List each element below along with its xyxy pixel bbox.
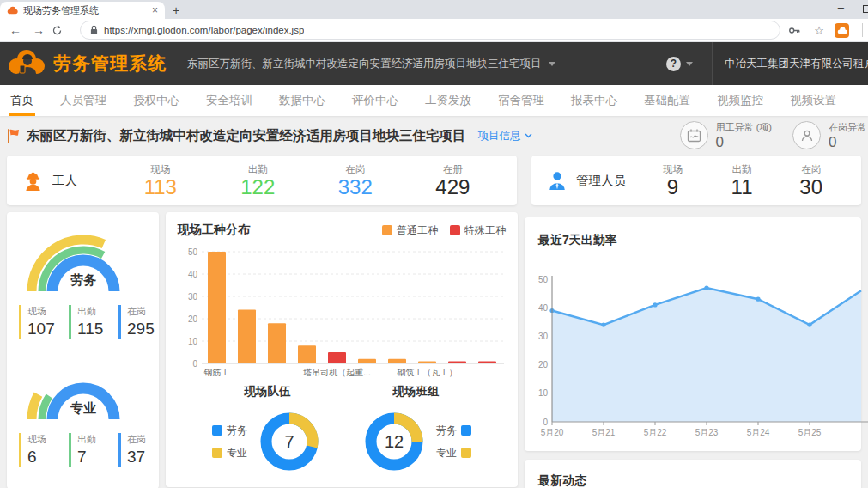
forward-icon[interactable]: → bbox=[28, 23, 49, 37]
nav-item-safety-training[interactable]: 安全培训 bbox=[204, 86, 254, 116]
project-info-link[interactable]: 项目信息 bbox=[478, 129, 532, 143]
svg-text:50: 50 bbox=[538, 275, 548, 284]
pro-metric-attendance: 出勤 7 bbox=[69, 433, 108, 467]
onduty-anomaly-badge[interactable]: 在岗异常 0 bbox=[792, 121, 866, 151]
tenant-account[interactable]: 中冶天工集团天津有限公司租户管 bbox=[712, 42, 868, 85]
project-selector-label: 东丽区万新街、新立街城中村改造定向安置经济适用房项目地块三住宅项目 bbox=[187, 57, 542, 71]
svg-text:5月23: 5月23 bbox=[695, 428, 719, 437]
svg-text:劳务: 劳务 bbox=[70, 272, 97, 287]
pro-metric-onduty: 在岗 37 bbox=[118, 433, 158, 467]
main-nav: 首页 人员管理 授权中心 安全培训 数据中心 评价中心 工资发放 宿舍管理 报表… bbox=[0, 85, 868, 116]
latest-news-panel: 最新动态 bbox=[525, 460, 861, 488]
nav-item-personnel[interactable]: 人员管理 bbox=[58, 86, 108, 116]
nav-item-dormitory[interactable]: 宿舍管理 bbox=[496, 86, 546, 116]
nav-item-reports[interactable]: 报表中心 bbox=[569, 86, 619, 116]
manager-metric-onduty: 在岗 30 bbox=[776, 163, 846, 198]
anomaly-badges: 用工异常 (项) 0 在岗异常 0 bbox=[680, 121, 866, 151]
bookmark-star-icon[interactable]: ☆ bbox=[810, 24, 829, 37]
teams-donut-legend: 劳务 专业 bbox=[212, 424, 247, 461]
trade-distribution-panel: 现场工种分布 普通工种 特殊工种 01020304050钢筋工塔吊司机（起重..… bbox=[166, 212, 518, 487]
maximize-button[interactable] bbox=[863, 5, 868, 13]
svg-text:30: 30 bbox=[538, 332, 548, 341]
svg-text:20: 20 bbox=[188, 314, 198, 324]
legend-special-trade: 特殊工种 bbox=[450, 223, 506, 238]
attendance-panel: 最近7天出勤率 010203040505月205月215月225月235月245… bbox=[525, 217, 861, 451]
labor-gauge-metrics: 现场 107 出勤 115 在岗 295 bbox=[7, 305, 159, 339]
back-icon[interactable]: ← bbox=[5, 23, 26, 37]
svg-text:40: 40 bbox=[188, 270, 198, 279]
stats-row: 工人 现场 113 出勤 122 在岗 332 在册 429 bbox=[7, 156, 861, 205]
teams-donut-title: 现场队伍 bbox=[245, 384, 291, 400]
nav-item-home[interactable]: 首页 bbox=[9, 86, 35, 116]
labor-metric-onduty: 在岗 295 bbox=[118, 305, 158, 339]
glodon-extension-icon[interactable] bbox=[835, 23, 849, 38]
legend-normal-trade: 普通工种 bbox=[382, 223, 438, 238]
attendance-chart-title: 最近7天出勤率 bbox=[538, 233, 861, 248]
flag-icon bbox=[7, 129, 20, 143]
refresh-icon[interactable] bbox=[52, 25, 72, 36]
labor-gauge: 劳务 bbox=[7, 224, 159, 295]
browser-window: 现场劳务管理系统 × + – ← → https://xmgl.glodon.c… bbox=[0, 0, 868, 488]
nav-item-evaluation[interactable]: 评价中心 bbox=[350, 86, 400, 116]
manager-metric-attendance: 出勤 11 bbox=[707, 163, 777, 198]
person-anomaly-icon bbox=[792, 121, 821, 149]
manager-card-title: 管理人员 bbox=[576, 173, 626, 189]
svg-text:5月24: 5月24 bbox=[747, 428, 770, 437]
svg-text:50: 50 bbox=[188, 247, 198, 257]
browser-tab[interactable]: 现场劳务管理系统 × bbox=[0, 2, 165, 19]
latest-news-title: 最新动态 bbox=[538, 473, 847, 488]
nav-item-data-center[interactable]: 数据中心 bbox=[277, 86, 327, 116]
nav-item-authorization[interactable]: 授权中心 bbox=[131, 86, 181, 116]
trade-bar-chart: 01020304050钢筋工塔吊司机（起重...砌筑工（瓦工） bbox=[178, 245, 506, 381]
svg-text:20: 20 bbox=[538, 360, 548, 369]
crews-donut-group: 现场班组 12 劳务 专业 bbox=[361, 384, 471, 475]
page-content: 东丽区万新街、新立街城中村改造定向安置经济适用房项目地块三住宅项目 项目信息 用… bbox=[0, 116, 868, 488]
worker-metric-registered: 在册 429 bbox=[404, 163, 502, 198]
svg-text:5月22: 5月22 bbox=[644, 428, 667, 437]
svg-text:塔吊司机（起重...: 塔吊司机（起重... bbox=[302, 368, 370, 377]
svg-text:30: 30 bbox=[188, 292, 198, 302]
legend-swatch bbox=[382, 225, 392, 235]
crews-donut-legend: 劳务 专业 bbox=[436, 424, 471, 461]
labor-metric-attendance: 出勤 115 bbox=[69, 305, 108, 339]
project-selector[interactable]: 东丽区万新街、新立街城中村改造定向安置经济适用房项目地块三住宅项目 bbox=[187, 57, 555, 71]
key-icon[interactable] bbox=[788, 24, 807, 37]
pro-gauge: 专业 bbox=[7, 352, 159, 423]
new-tab-button[interactable]: + bbox=[165, 2, 187, 19]
badge-value: 0 bbox=[829, 134, 866, 151]
nav-item-payroll[interactable]: 工资发放 bbox=[423, 86, 473, 116]
svg-text:专业: 专业 bbox=[70, 400, 96, 415]
manager-stats-card: 管理人员 现场 9 出勤 11 在岗 30 bbox=[531, 156, 861, 205]
url-bar: ← → https://xmgl.glodon.com/labor/pagex/… bbox=[0, 19, 868, 42]
worker-metric-onsite: 现场 113 bbox=[112, 163, 209, 198]
labor-anomaly-badge[interactable]: 用工异常 (项) 0 bbox=[680, 121, 772, 151]
logo-cloud-worker-icon bbox=[7, 48, 46, 79]
chevron-down-icon bbox=[686, 62, 693, 66]
url-text: https://xmgl.glodon.com/labor/pagex/inde… bbox=[104, 25, 304, 35]
page-title: 东丽区万新街、新立街城中村改造定向安置经济适用房项目地块三住宅项目 bbox=[27, 127, 466, 145]
app-header: 劳务管理系统 东丽区万新街、新立街城中村改造定向安置经济适用房项目地块三住宅项目… bbox=[0, 42, 868, 85]
nav-item-video-settings[interactable]: 视频设置 bbox=[788, 86, 838, 116]
crews-donut-title: 现场班组 bbox=[393, 384, 440, 400]
worker-card-title: 工人 bbox=[52, 173, 77, 189]
app-title: 劳务管理系统 bbox=[53, 52, 167, 76]
toolbar-divider bbox=[862, 23, 863, 37]
crews-donut-chart: 12 bbox=[361, 408, 428, 475]
donut-row: 现场队伍 劳务 专业 7 现场班组 12 bbox=[178, 384, 506, 475]
trade-chart-title: 现场工种分布 bbox=[178, 223, 250, 238]
trade-chart-legend: 普通工种 特殊工种 bbox=[382, 223, 506, 238]
pro-metric-onsite: 现场 6 bbox=[19, 433, 58, 467]
badge-value: 0 bbox=[716, 134, 772, 151]
tab-close-icon[interactable]: × bbox=[152, 4, 158, 16]
pro-gauge-metrics: 现场 6 出勤 7 在岗 37 bbox=[7, 433, 159, 467]
teams-donut-group: 现场队伍 劳务 专业 7 bbox=[212, 384, 323, 475]
address-field[interactable]: https://xmgl.glodon.com/labor/pagex/inde… bbox=[80, 21, 780, 40]
nav-item-video-monitor[interactable]: 视频监控 bbox=[715, 86, 765, 116]
svg-text:10: 10 bbox=[188, 337, 198, 346]
right-column: 最近7天出勤率 010203040505月205月215月225月235月245… bbox=[525, 217, 861, 488]
teams-donut-chart: 7 bbox=[256, 408, 323, 475]
minimize-button[interactable]: – bbox=[838, 1, 844, 14]
manager-icon bbox=[547, 170, 568, 191]
help-menu[interactable]: ? bbox=[647, 57, 712, 71]
nav-item-basic-config[interactable]: 基础配置 bbox=[642, 86, 692, 116]
